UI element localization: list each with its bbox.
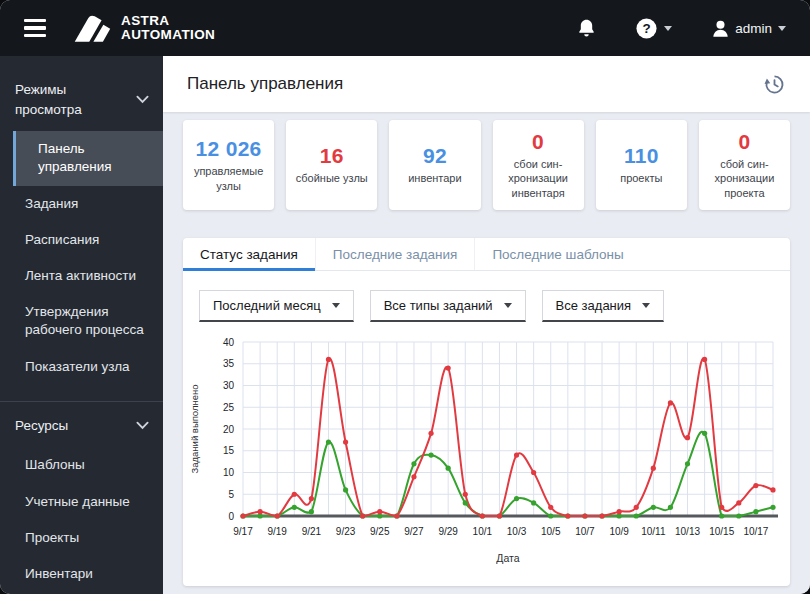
job-status-panel: Статус заданияПоследние заданияПоследние…: [183, 238, 790, 586]
svg-text:30: 30: [223, 380, 235, 391]
svg-text:5: 5: [228, 489, 234, 500]
stat-label: проекты: [620, 171, 662, 185]
sidebar-item-inventories[interactable]: Инвентари: [0, 556, 163, 592]
svg-text:10/1: 10/1: [473, 526, 493, 537]
menu-toggle-icon[interactable]: [24, 19, 46, 38]
sidebar-item-workflow-approvals[interactable]: Утверждения рабочего процесса: [0, 294, 163, 348]
sidebar-group-resources: РесурсыШаблоныУчетные данныеПроектыИнвен…: [0, 401, 163, 594]
caret-down-icon: [332, 303, 340, 308]
sidebar-item-credentials[interactable]: Учетные данные: [0, 484, 163, 520]
stat-label: сбои син- хронизации инвентаря: [499, 157, 578, 200]
caret-down-icon: [642, 303, 650, 308]
filter-period-select[interactable]: Последний месяц: [199, 290, 354, 322]
stat-card-managed-hosts[interactable]: 12 026управляемые узлы: [183, 120, 274, 210]
svg-text:?: ?: [643, 21, 651, 36]
question-circle-icon: ?: [635, 17, 658, 40]
svg-text:9/19: 9/19: [267, 526, 287, 537]
app-window: ASTRA AUTOMATION ?: [0, 0, 810, 594]
current-user-label: admin: [735, 21, 772, 36]
chevron-down-icon: [136, 95, 149, 104]
filter-job-type-select[interactable]: Все типы заданий: [370, 290, 526, 322]
brand-logo[interactable]: ASTRA AUTOMATION: [72, 12, 215, 44]
notifications-button[interactable]: [576, 18, 597, 39]
svg-text:Заданий выполнено: Заданий выполнено: [189, 384, 200, 473]
top-navbar: ASTRA AUTOMATION ?: [0, 0, 810, 56]
chart-container: 05101520253035409/179/199/219/239/259/27…: [183, 322, 790, 570]
stat-card-failed-hosts[interactable]: 16сбойные узлы: [286, 120, 377, 210]
stat-label: сбойные узлы: [296, 171, 368, 185]
sidebar-item-jobs[interactable]: Задания: [0, 186, 163, 222]
user-menu-button[interactable]: admin: [710, 18, 786, 39]
svg-text:Дата: Дата: [496, 552, 519, 564]
svg-text:9/23: 9/23: [336, 526, 356, 537]
stat-value: 12 026: [196, 137, 262, 161]
user-icon: [710, 18, 731, 39]
sidebar-group-header-views[interactable]: Режимы просмотра: [0, 72, 163, 127]
svg-text:20: 20: [223, 424, 235, 435]
svg-text:9/29: 9/29: [438, 526, 458, 537]
sidebar-group-label: Режимы просмотра: [15, 80, 121, 119]
filter-value: Все типы заданий: [384, 298, 493, 313]
svg-text:10: 10: [223, 467, 235, 478]
tab-recent-jobs[interactable]: Последние задания: [315, 238, 475, 270]
svg-text:9/27: 9/27: [404, 526, 424, 537]
stat-value: 110: [624, 144, 659, 168]
svg-text:10/11: 10/11: [641, 526, 666, 537]
svg-text:15: 15: [223, 445, 235, 456]
sidebar-group-header-resources[interactable]: Ресурсы: [0, 408, 163, 444]
svg-text:10/15: 10/15: [709, 526, 734, 537]
stat-value: 0: [738, 130, 750, 154]
chevron-down-icon: [778, 26, 786, 31]
svg-text:9/21: 9/21: [302, 526, 322, 537]
astra-logo-mark: [72, 12, 112, 44]
sidebar-item-dashboard[interactable]: Панель управления: [13, 131, 163, 185]
filter-value: Все задания: [556, 298, 632, 313]
tab-recent-templates[interactable]: Последние шаблоны: [474, 238, 640, 270]
brand-name: ASTRA AUTOMATION: [121, 14, 215, 42]
stat-label: управляемые узлы: [189, 164, 268, 193]
stat-value: 0: [532, 130, 544, 154]
chart-filters: Последний месяцВсе типы заданийВсе задан…: [183, 271, 790, 322]
svg-text:10/7: 10/7: [575, 526, 595, 537]
stat-card-project-sync-failures[interactable]: 0сбой син- хронизации проекта: [699, 120, 790, 210]
sidebar-item-host-metrics[interactable]: Показатели узла: [0, 349, 163, 385]
svg-text:10/3: 10/3: [507, 526, 527, 537]
sidebar-group-label: Ресурсы: [15, 416, 68, 436]
dashboard-content: 12 026управляемые узлы16сбойные узлы92ин…: [163, 112, 810, 594]
history-clock-icon: [763, 73, 786, 96]
svg-text:9/17: 9/17: [233, 526, 253, 537]
stat-label: инвентари: [408, 171, 461, 185]
svg-text:9/25: 9/25: [370, 526, 390, 537]
page-header: Панель управления: [163, 56, 810, 112]
chevron-down-icon: [664, 26, 672, 31]
sidebar-item-activity-stream[interactable]: Лента активности: [0, 258, 163, 294]
stat-label: сбой син- хронизации проекта: [705, 157, 784, 200]
stat-card-projects[interactable]: 110проекты: [596, 120, 687, 210]
stat-value: 16: [320, 144, 344, 168]
refresh-history-button[interactable]: [763, 73, 786, 96]
page-title: Панель управления: [187, 74, 343, 94]
job-status-chart[interactable]: 05101520253035409/179/199/219/239/259/27…: [185, 330, 789, 570]
filter-jobs-select[interactable]: Все задания: [542, 290, 665, 322]
filter-value: Последний месяц: [213, 298, 321, 313]
svg-text:10/13: 10/13: [675, 526, 700, 537]
caret-down-icon: [504, 303, 512, 308]
svg-text:10/5: 10/5: [541, 526, 561, 537]
sidebar-item-projects[interactable]: Проекты: [0, 520, 163, 556]
main-area: Панель управления 12 026управляемые узлы…: [163, 56, 810, 594]
brand-line1: ASTRA: [121, 14, 215, 28]
svg-text:10/17: 10/17: [743, 526, 768, 537]
chevron-down-icon: [136, 421, 149, 430]
svg-text:10/9: 10/9: [609, 526, 629, 537]
bell-icon: [576, 18, 597, 39]
svg-text:25: 25: [223, 402, 235, 413]
sidebar-item-schedules[interactable]: Расписания: [0, 222, 163, 258]
sidebar-item-templates[interactable]: Шаблоны: [0, 447, 163, 483]
help-menu-button[interactable]: ?: [635, 17, 672, 40]
stat-card-inventories[interactable]: 92инвентари: [389, 120, 480, 210]
stat-card-inventory-sync-failures[interactable]: 0сбои син- хронизации инвентаря: [493, 120, 584, 210]
summary-cards: 12 026управляемые узлы16сбойные узлы92ин…: [183, 120, 790, 210]
brand-line2: AUTOMATION: [121, 28, 215, 42]
panel-tabs: Статус заданияПоследние заданияПоследние…: [183, 238, 790, 271]
tab-job-status[interactable]: Статус задания: [183, 238, 315, 270]
